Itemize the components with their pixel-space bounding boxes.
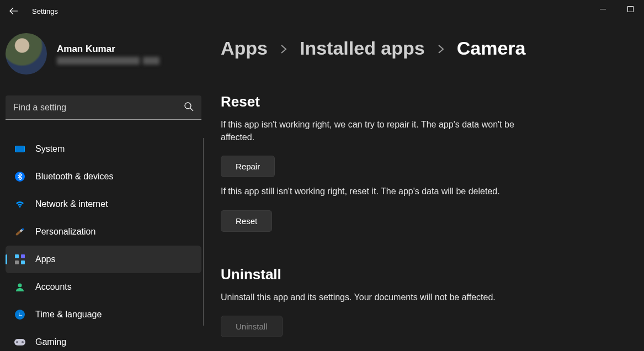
svg-point-1 <box>185 103 191 109</box>
minimize-icon <box>600 6 606 12</box>
uninstall-section-title: Uninstall <box>221 266 627 283</box>
maximize-icon <box>627 6 634 12</box>
sidebar-item-system[interactable]: System <box>6 135 201 163</box>
sidebar-item-label: System <box>35 144 65 154</box>
sidebar-item-accounts[interactable]: Accounts <box>6 273 201 301</box>
sidebar-item-label: Time & language <box>35 310 102 320</box>
paintbrush-icon <box>14 226 25 237</box>
search-wrap <box>6 95 201 120</box>
breadcrumb-current: Camera <box>457 38 526 59</box>
bluetooth-icon <box>14 171 25 182</box>
clock-icon <box>14 309 25 320</box>
chevron-right-icon <box>280 38 288 59</box>
gamepad-icon <box>14 337 25 348</box>
chevron-right-icon <box>437 38 445 59</box>
sidebar-item-label: Personalization <box>35 227 95 237</box>
profile-name: Aman Kumar <box>57 44 159 55</box>
window-controls <box>589 0 644 18</box>
uninstall-button[interactable]: Uninstall <box>221 316 283 337</box>
svg-rect-0 <box>627 6 633 12</box>
titlebar: Settings <box>0 0 644 22</box>
sidebar-item-label: Gaming <box>35 337 66 347</box>
person-icon <box>14 281 25 292</box>
sidebar-item-personalization[interactable]: Personalization <box>6 218 201 246</box>
uninstall-description: Uninstall this app and its settings. You… <box>221 291 627 304</box>
sidebar: Aman Kumar System Bluetooth & devices <box>0 22 212 351</box>
display-icon <box>14 143 25 155</box>
breadcrumb-installed-apps[interactable]: Installed apps <box>300 38 425 59</box>
search-icon[interactable] <box>184 102 194 114</box>
repair-button[interactable]: Repair <box>221 156 275 177</box>
minimize-button[interactable] <box>589 0 616 18</box>
profile-email-hidden <box>57 57 159 65</box>
sidebar-item-label: Apps <box>35 254 55 264</box>
maximize-button[interactable] <box>616 0 644 18</box>
window-title: Settings <box>32 7 58 15</box>
nav: System Bluetooth & devices Network & int… <box>6 135 201 351</box>
sidebar-item-time-language[interactable]: Time & language <box>6 301 201 328</box>
breadcrumb: Apps Installed apps Camera <box>221 38 627 59</box>
content: Apps Installed apps Camera Reset If this… <box>212 22 644 351</box>
sidebar-item-gaming[interactable]: Gaming <box>6 328 201 351</box>
reset-section-title: Reset <box>221 93 627 110</box>
profile[interactable]: Aman Kumar <box>6 22 201 86</box>
sidebar-item-network[interactable]: Network & internet <box>6 190 201 218</box>
repair-description: If this app isn't working right, we can … <box>221 118 535 143</box>
search-input[interactable] <box>6 95 201 120</box>
sidebar-item-bluetooth[interactable]: Bluetooth & devices <box>6 163 201 190</box>
scrollbar[interactable] <box>203 138 204 326</box>
avatar <box>6 33 47 75</box>
sidebar-item-label: Accounts <box>35 282 72 292</box>
sidebar-item-label: Network & internet <box>35 199 108 209</box>
back-button[interactable] <box>6 3 22 19</box>
apps-icon <box>14 254 25 265</box>
reset-description: If this app still isn't working right, r… <box>221 185 627 198</box>
reset-button[interactable]: Reset <box>221 210 272 232</box>
svg-point-2 <box>18 284 22 288</box>
sidebar-item-apps[interactable]: Apps <box>6 246 201 273</box>
sidebar-item-label: Bluetooth & devices <box>35 172 113 182</box>
arrow-left-icon <box>9 7 18 15</box>
wifi-icon <box>14 199 25 210</box>
breadcrumb-apps[interactable]: Apps <box>221 38 268 59</box>
